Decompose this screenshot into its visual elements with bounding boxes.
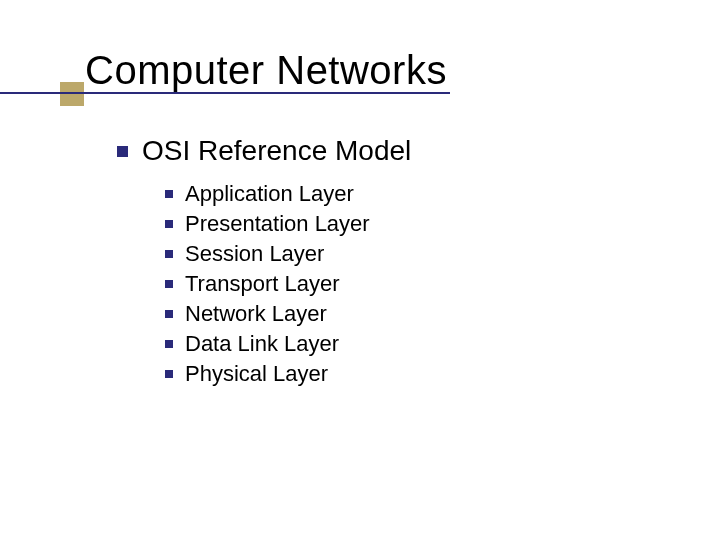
list-item: Physical Layer	[165, 361, 411, 387]
square-bullet-icon	[165, 250, 173, 258]
square-bullet-icon	[117, 146, 128, 157]
list-item: Session Layer	[165, 241, 411, 267]
layer-label: Data Link Layer	[185, 331, 339, 357]
layer-label: Network Layer	[185, 301, 327, 327]
level1-item: OSI Reference Model	[117, 135, 411, 167]
square-bullet-icon	[165, 280, 173, 288]
square-bullet-icon	[165, 220, 173, 228]
list-item: Presentation Layer	[165, 211, 411, 237]
title-container: Computer Networks	[85, 48, 447, 93]
layer-label: Presentation Layer	[185, 211, 370, 237]
list-item: Transport Layer	[165, 271, 411, 297]
layer-label: Transport Layer	[185, 271, 339, 297]
level1-text: OSI Reference Model	[142, 135, 411, 167]
list-item: Application Layer	[165, 181, 411, 207]
layer-label: Session Layer	[185, 241, 324, 267]
layer-label: Application Layer	[185, 181, 354, 207]
square-bullet-icon	[165, 310, 173, 318]
square-bullet-icon	[165, 370, 173, 378]
title-accent-square	[60, 82, 84, 106]
layer-label: Physical Layer	[185, 361, 328, 387]
square-bullet-icon	[165, 190, 173, 198]
list-item: Data Link Layer	[165, 331, 411, 357]
level2-list: Application Layer Presentation Layer Ses…	[165, 181, 411, 387]
slide-title: Computer Networks	[85, 48, 447, 93]
square-bullet-icon	[165, 340, 173, 348]
list-item: Network Layer	[165, 301, 411, 327]
content-block: OSI Reference Model Application Layer Pr…	[117, 135, 411, 391]
